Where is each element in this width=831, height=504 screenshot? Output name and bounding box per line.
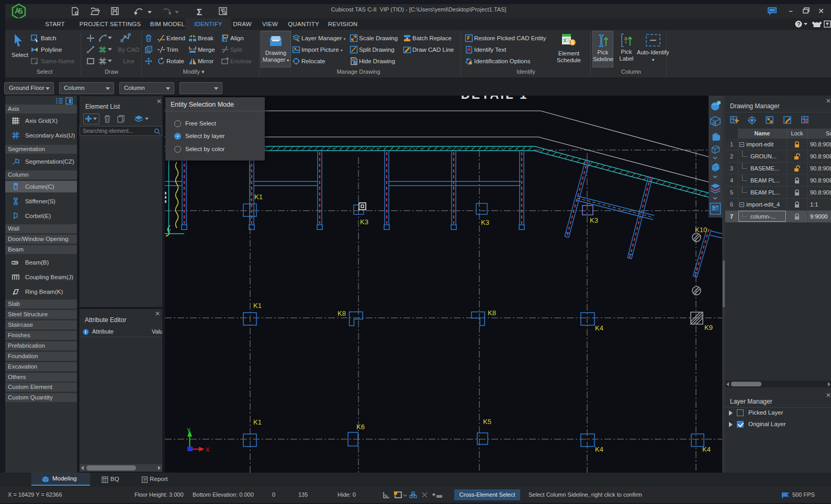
svg-text:S: S: [571, 40, 575, 45]
svg-text:K4: K4: [595, 324, 603, 332]
svg-text:K1: K1: [253, 302, 262, 310]
svg-text:K4: K4: [702, 445, 711, 453]
svg-text:X: X: [206, 446, 210, 453]
svg-text:K9: K9: [704, 324, 713, 331]
svg-text:K1: K1: [254, 193, 263, 201]
svg-text:K3: K3: [360, 218, 368, 226]
svg-text:K8: K8: [488, 309, 496, 317]
svg-text:K8: K8: [338, 310, 346, 317]
svg-text:K1: K1: [253, 418, 262, 426]
svg-text:K3: K3: [481, 219, 489, 226]
svg-text:K10: K10: [695, 226, 707, 234]
svg-text:K4: K4: [595, 445, 603, 453]
svg-text:a: a: [624, 36, 627, 41]
svg-text:i: i: [85, 329, 86, 335]
svg-text:3D: 3D: [712, 121, 717, 125]
svg-text:Y: Y: [187, 427, 191, 433]
svg-text:K5: K5: [483, 418, 491, 426]
svg-text:?: ?: [797, 21, 801, 27]
svg-text:Σ: Σ: [197, 7, 202, 17]
svg-text:K3: K3: [590, 216, 598, 224]
svg-text:DETAIL 1: DETAIL 1: [461, 96, 528, 101]
svg-text:K6: K6: [356, 423, 365, 431]
